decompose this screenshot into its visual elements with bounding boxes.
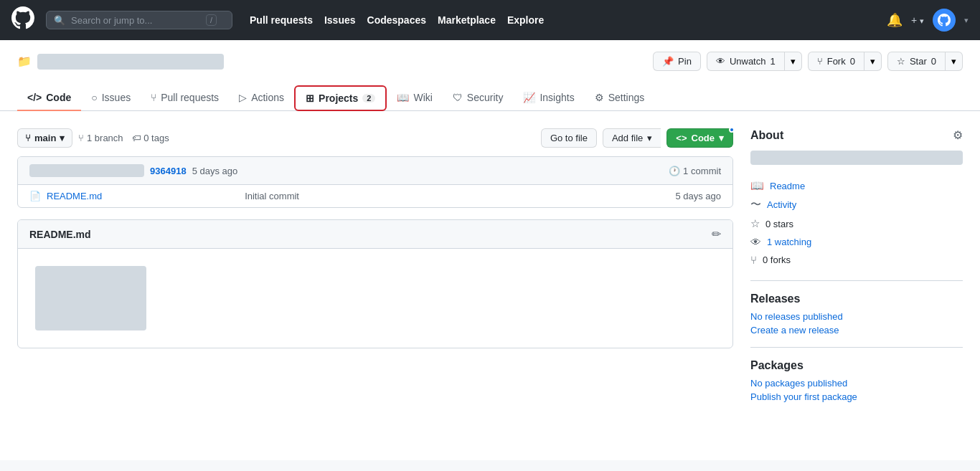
repo-name-placeholder — [37, 54, 224, 70]
readme-link[interactable]: Readme — [770, 181, 805, 191]
tab-pull-requests[interactable]: ⑂ Pull requests — [141, 85, 229, 111]
file-icon: 📄 — [29, 191, 41, 201]
committer-avatar — [29, 164, 144, 177]
nav-marketplace[interactable]: Marketplace — [438, 14, 496, 26]
add-file-group: Add file ▾ — [603, 128, 661, 148]
unwatch-button[interactable]: 👁 Unwatch 1 — [707, 52, 784, 71]
file-message: Initial commit — [245, 191, 675, 201]
repo-title-row: 📁 📌 Pin 👁 Unwatch 1 ▾ — [17, 52, 963, 80]
about-title: About — [750, 129, 783, 142]
tab-issues[interactable]: ○ Issues — [81, 85, 141, 111]
code-dot — [729, 127, 735, 133]
branch-icon-small: ⑂ — [78, 133, 84, 143]
star-icon: ☆ — [897, 56, 905, 67]
tab-wiki[interactable]: 📖 Wiki — [387, 85, 442, 111]
no-packages-link[interactable]: No packages published — [750, 378, 963, 389]
notifications-button[interactable]: 🔔 — [887, 12, 903, 28]
top-nav: 🔍 / Pull requests Issues Codespaces Mark… — [0, 0, 980, 40]
search-input[interactable] — [71, 15, 200, 26]
star-button[interactable]: ☆ Star 0 — [887, 52, 945, 71]
watching-icon: 👁 — [750, 236, 761, 248]
star-dropdown[interactable]: ▾ — [945, 52, 963, 71]
tab-actions[interactable]: ▷ Actions — [229, 85, 294, 111]
search-box[interactable]: 🔍 / — [46, 11, 232, 29]
repo-actions: 📌 Pin 👁 Unwatch 1 ▾ ⑂ Fork 0 — [653, 52, 963, 71]
branch-meta: ⑂ 1 branch 🏷 0 tags — [78, 133, 169, 143]
list-item: 📖 Readme — [750, 176, 963, 195]
add-file-button[interactable]: Add file ▾ — [603, 128, 661, 148]
star-group: ☆ Star 0 ▾ — [887, 52, 963, 71]
sidebar-divider — [750, 280, 963, 281]
code-icon: </> — [27, 92, 42, 103]
edit-readme-button[interactable]: ✏ — [712, 227, 721, 241]
branch-actions: Go to file Add file ▾ <> Code ▾ — [541, 128, 733, 148]
tab-settings[interactable]: ⚙ Settings — [585, 85, 655, 111]
chevron-down-icon: ▾ — [60, 133, 65, 143]
file-table-header: 9364918 5 days ago 🕐 1 commit — [18, 157, 732, 185]
no-releases-link[interactable]: No releases published — [750, 311, 963, 322]
branch-count-link[interactable]: ⑂ 1 branch — [78, 133, 123, 143]
nav-issues[interactable]: Issues — [324, 14, 356, 26]
about-settings-button[interactable]: ⚙ — [953, 128, 963, 142]
search-icon: 🔍 — [54, 15, 65, 26]
releases-title: Releases — [750, 292, 963, 305]
go-to-file-button[interactable]: Go to file — [541, 128, 597, 148]
about-header: About ⚙ — [750, 128, 963, 142]
branch-bar: ⑂ main ▾ ⑂ 1 branch 🏷 0 tags — [17, 128, 733, 148]
eye-icon: 👁 — [716, 56, 725, 67]
commit-history-link[interactable]: 🕐 1 commit — [669, 166, 721, 176]
nav-codespaces[interactable]: Codespaces — [367, 14, 426, 26]
actions-icon: ▷ — [239, 92, 247, 103]
activity-link[interactable]: Activity — [767, 199, 796, 210]
avatar[interactable] — [933, 9, 956, 32]
fork-group: ⑂ Fork 0 ▾ — [808, 52, 882, 71]
create-release-link[interactable]: Create a new release — [750, 325, 963, 336]
new-button[interactable]: + ▾ — [911, 14, 924, 26]
unwatch-dropdown[interactable]: ▾ — [784, 52, 802, 71]
issues-icon: ○ — [91, 92, 97, 103]
nav-explore[interactable]: Explore — [507, 14, 544, 26]
readme-content-placeholder — [35, 266, 146, 330]
github-logo[interactable] — [11, 6, 34, 34]
tag-count-link[interactable]: 🏷 0 tags — [132, 133, 169, 143]
watching-link[interactable]: 1 watching — [767, 237, 811, 247]
table-row: 📄 README.md Initial commit 5 days ago — [18, 185, 732, 207]
readme-icon: 📖 — [750, 179, 764, 192]
fork-button[interactable]: ⑂ Fork 0 — [808, 52, 864, 71]
pin-group: 📌 Pin — [653, 52, 701, 71]
file-name: 📄 README.md — [29, 191, 245, 201]
main-content: ⑂ main ▾ ⑂ 1 branch 🏷 0 tags — [0, 111, 980, 460]
file-link[interactable]: README.md — [47, 191, 102, 201]
pin-button[interactable]: 📌 Pin — [653, 52, 701, 71]
tab-code[interactable]: </> Code — [17, 85, 81, 111]
nav-right: 🔔 + ▾ ▾ — [887, 9, 969, 32]
nav-links: Pull requests Issues Codespaces Marketpl… — [250, 14, 544, 26]
file-time: 5 days ago — [675, 191, 721, 201]
security-icon: 🛡 — [453, 92, 463, 103]
unwatch-group: 👁 Unwatch 1 ▾ — [707, 52, 802, 71]
tab-security[interactable]: 🛡 Security — [443, 85, 514, 111]
list-item: 👁 1 watching — [750, 233, 963, 251]
pin-icon: 📌 — [662, 56, 674, 67]
stars-icon: ☆ — [750, 217, 760, 230]
forks-icon: ⑂ — [750, 254, 757, 266]
clock-icon: 🕐 — [669, 166, 680, 176]
publish-package-link[interactable]: Publish your first package — [750, 391, 963, 402]
tab-projects[interactable]: ⊞ Projects 2 — [294, 85, 387, 111]
wiki-icon: 📖 — [397, 92, 409, 103]
tag-icon: 🏷 — [132, 133, 141, 143]
commit-hash[interactable]: 9364918 — [150, 166, 187, 176]
commit-info: 9364918 5 days ago — [29, 164, 237, 177]
branch-selector[interactable]: ⑂ main ▾ — [17, 128, 72, 148]
about-list: 📖 Readme 〜 Activity ☆ 0 stars 👁 1 watchi… — [750, 176, 963, 269]
readme-body — [18, 249, 732, 348]
chevron-down-icon: ▾ — [647, 133, 652, 143]
readme-box: README.md ✏ — [17, 219, 733, 348]
code-button[interactable]: <> Code ▾ — [666, 128, 733, 148]
repo-tabs: </> Code ○ Issues ⑂ Pull requests ▷ Acti… — [17, 85, 963, 110]
fork-dropdown[interactable]: ▾ — [864, 52, 882, 71]
nav-pull-requests[interactable]: Pull requests — [250, 14, 313, 26]
tab-insights[interactable]: 📈 Insights — [513, 85, 584, 111]
branch-left: ⑂ main ▾ ⑂ 1 branch 🏷 0 tags — [17, 128, 169, 148]
projects-badge: 2 — [362, 94, 375, 103]
